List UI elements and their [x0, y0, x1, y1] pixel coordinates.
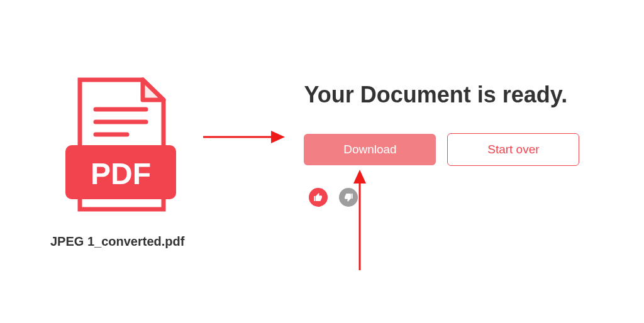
feedback-row: [304, 188, 594, 207]
file-type-label: PDF: [91, 157, 151, 190]
start-over-button[interactable]: Start over: [447, 133, 579, 166]
button-row: Download Start over: [304, 133, 594, 166]
svg-marker-5: [271, 131, 285, 143]
filename: JPEG 1_converted.pdf: [50, 234, 184, 249]
download-button[interactable]: Download: [304, 134, 436, 165]
thumbs-down-button[interactable]: [339, 188, 358, 207]
action-panel: Your Document is ready. Download Start o…: [304, 82, 594, 207]
pdf-icon: PDF: [52, 75, 184, 219]
file-panel: PDF JPEG 1_converted.pdf: [50, 75, 184, 249]
thumbs-up-button[interactable]: [309, 188, 328, 207]
arrow-right-annotation: [203, 129, 285, 145]
ready-heading: Your Document is ready.: [304, 82, 594, 108]
thumbs-down-icon: [343, 192, 353, 202]
thumbs-up-icon: [313, 192, 323, 202]
